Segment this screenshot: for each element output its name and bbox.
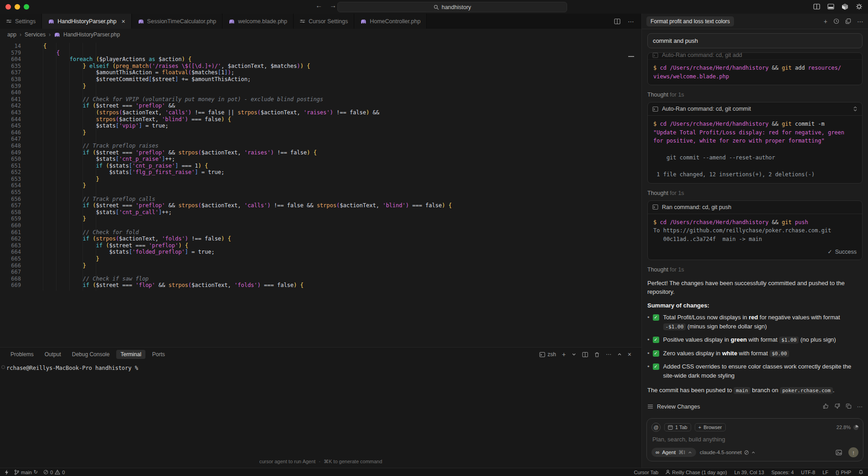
add-context-button[interactable]: @ <box>651 423 661 432</box>
notifications-bell-icon[interactable] <box>858 470 863 475</box>
mode-selector[interactable]: ∞ Agent ⌘I <box>651 448 696 457</box>
sync-icon[interactable]: ↻ <box>34 469 38 475</box>
cursor-tab-indicator[interactable]: Cursor Tab <box>634 470 659 475</box>
code-line[interactable]: 652 $stats['flg_p_first_raise'] = true; <box>0 169 641 176</box>
cursor-position-indicator[interactable]: Ln 39, Col 13 <box>734 470 764 475</box>
split-terminal-icon[interactable] <box>582 352 588 358</box>
code-line[interactable]: 664 $stats['folded_preflop'] = true; <box>0 249 641 256</box>
terminal-output[interactable]: rchase@Reillys-MacBook-Pro handhistory % <box>0 361 641 371</box>
toggle-columns-layout-icon[interactable] <box>813 3 820 10</box>
code-line[interactable]: 635 } elseif (preg_match('/raises \$([\d… <box>0 63 641 70</box>
blame-indicator[interactable]: Reilly Chase (1 day ago) <box>666 470 727 475</box>
panel-tab-terminal[interactable]: Terminal <box>116 350 145 359</box>
code-line[interactable]: 644 strpos($actionText, 'blind') === fal… <box>0 116 641 123</box>
code-line[interactable]: 649 if ($street === 'preflop' && strpos(… <box>0 149 641 156</box>
zoom-window-button[interactable] <box>24 4 29 10</box>
code-line[interactable]: 648 // Track preflop raises <box>0 143 641 149</box>
review-more-icon[interactable]: ⋯ <box>857 403 863 410</box>
thumbs-down-icon[interactable] <box>834 403 840 410</box>
browser-chip[interactable]: + Browser <box>695 423 726 431</box>
settings-gear-icon[interactable] <box>856 3 863 10</box>
model-selector[interactable]: claude-4.5-sonnet <box>700 450 755 455</box>
panel-tab-ports[interactable]: Ports <box>148 350 169 359</box>
breadcrumb-item[interactable]: app <box>7 31 16 38</box>
code-line[interactable]: 640 <box>0 89 641 96</box>
language-indicator[interactable]: {} PHP <box>836 470 851 475</box>
panel-tab-output[interactable]: Output <box>41 350 65 359</box>
chat-more-icon[interactable]: ⋯ <box>857 18 863 25</box>
editor-tab-settings[interactable]: Settings <box>0 14 42 29</box>
copy-icon[interactable] <box>846 403 852 410</box>
command-center-search[interactable]: handhistory <box>337 2 567 12</box>
code-line[interactable]: 579 { <box>0 50 641 56</box>
open-chat-in-editor-icon[interactable] <box>845 18 851 24</box>
panel-tab-problems[interactable]: Problems <box>6 350 38 359</box>
thought-row[interactable]: Thought for 1s <box>647 266 863 273</box>
editor-tab-sessiontimecalculator-php[interactable]: SessionTimeCalculator.php <box>132 14 223 29</box>
code-line[interactable]: 656 // Track preflop calls <box>0 196 641 203</box>
code-line[interactable]: 604 foreach ($playerActions as $action) … <box>0 56 641 63</box>
code-line[interactable]: 645 $stats['vpip'] = true; <box>0 123 641 129</box>
code-line[interactable]: 637 $amountThisAction = floatval($matche… <box>0 69 641 76</box>
chat-title-tab[interactable]: Format profit and loss text colors <box>646 16 734 26</box>
editor-tab-homecontroller-php[interactable]: HomeController.php <box>354 14 427 29</box>
eol-indicator[interactable]: LF <box>822 470 828 475</box>
forward-icon[interactable]: → <box>330 1 336 9</box>
code-line[interactable]: 663 if ($street === 'preflop') { <box>0 242 641 249</box>
back-icon[interactable]: ← <box>315 1 322 9</box>
shell-selector[interactable]: zsh <box>539 351 556 358</box>
code-line[interactable]: 661 // Check for fold <box>0 229 641 236</box>
thumbs-up-icon[interactable] <box>823 403 829 410</box>
editor-tab-handhistoryparser-php[interactable]: HandHistoryParser.php× <box>42 14 131 29</box>
code-line[interactable]: 665 } <box>0 256 641 262</box>
code-line[interactable]: 667 <box>0 269 641 276</box>
thought-row[interactable]: Thought for 1s <box>647 92 863 98</box>
command-block-header[interactable]: Auto-Ran command: cd, git add <box>648 53 862 60</box>
code-line[interactable]: 657 if ($street === 'preflop' && strpos(… <box>0 202 641 209</box>
more-actions-icon[interactable]: ⋯ <box>628 18 634 25</box>
expand-collapse-icon[interactable] <box>853 106 858 112</box>
chat-composer[interactable]: @ 1 Tab + Browser 22.8% Plan, search, bu… <box>646 418 863 461</box>
code-line[interactable]: 668 // Check if saw flop <box>0 276 641 282</box>
new-chat-icon[interactable]: + <box>824 18 827 25</box>
cursor-cube-icon[interactable] <box>842 3 848 10</box>
code-line[interactable]: 653 } <box>0 176 641 183</box>
close-window-button[interactable] <box>5 4 11 10</box>
maximize-panel-chevron-icon[interactable] <box>617 352 622 357</box>
code-line[interactable]: 646 } <box>0 129 641 136</box>
review-changes-row[interactable]: Review Changes ⋯ <box>647 403 863 410</box>
code-line[interactable]: 638 $streetCommitted[$street] += $amount… <box>0 76 641 83</box>
minimize-window-button[interactable] <box>15 4 20 10</box>
launch-profile-chevron-icon[interactable] <box>572 352 576 357</box>
code-line[interactable]: 650 $stats['cnt_p_raise']++; <box>0 156 641 163</box>
fold-marker[interactable] <box>628 56 634 57</box>
code-line[interactable]: 660 <box>0 222 641 229</box>
panel-tab-debug-console[interactable]: Debug Console <box>68 350 114 359</box>
breadcrumb-item[interactable]: Services <box>25 31 46 38</box>
code-line[interactable]: 654 } <box>0 182 641 189</box>
code-line[interactable]: 642 if ($street === 'preflop' && <box>0 102 641 109</box>
user-message[interactable]: commit and push <box>647 33 863 48</box>
thought-row[interactable]: Thought for 1s <box>647 190 863 196</box>
code-line[interactable]: 14 { <box>0 43 641 50</box>
code-line[interactable]: 669 if ($street === 'flop' && strpos($ac… <box>0 282 641 289</box>
split-editor-icon[interactable] <box>614 18 620 25</box>
encoding-indicator[interactable]: UTF-8 <box>801 470 815 475</box>
chat-conversation[interactable]: commit and push Auto-Ran command: cd, gi… <box>642 29 868 468</box>
problems-indicator[interactable]: 0 0 <box>43 470 65 475</box>
terminal-more-icon[interactable]: ⋯ <box>606 351 611 358</box>
command-block-header[interactable]: Auto-Ran command: cd, git commit <box>648 102 862 116</box>
code-line[interactable]: 666 } <box>0 262 641 269</box>
attach-image-icon[interactable] <box>836 450 842 456</box>
command-block-header[interactable]: Ran command: cd, git push <box>648 201 862 214</box>
code-editor[interactable]: 14 {579 {604 foreach ($playerActions as … <box>0 41 641 347</box>
code-line[interactable]: 643 (strpos($actionText, 'calls') !== fa… <box>0 109 641 116</box>
editor-tab-welcome-blade-php[interactable]: welcome.blade.php <box>222 14 294 29</box>
new-terminal-icon[interactable]: + <box>562 351 566 358</box>
kill-terminal-icon[interactable] <box>594 352 600 358</box>
tab-context-chip[interactable]: 1 Tab <box>664 423 691 431</box>
close-panel-icon[interactable]: × <box>628 351 631 358</box>
toggle-panel-icon[interactable] <box>827 3 834 10</box>
code-line[interactable]: 647 <box>0 136 641 143</box>
chat-history-icon[interactable] <box>833 18 839 24</box>
